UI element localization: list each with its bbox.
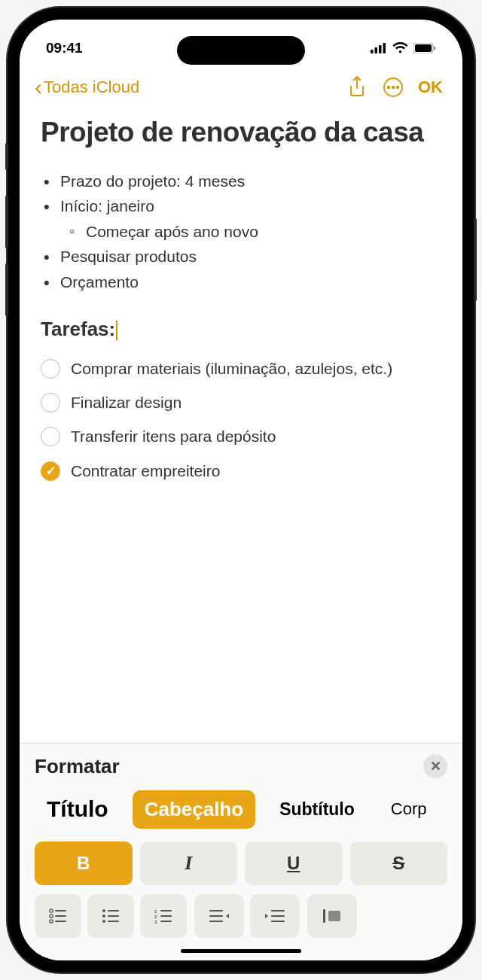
svg-rect-0	[371, 50, 374, 53]
svg-rect-35	[323, 909, 325, 923]
svg-point-10	[397, 87, 399, 89]
bullet-list-button[interactable]	[87, 894, 134, 938]
navigation-bar: ‹ Todas iCloud OK	[20, 61, 462, 109]
svg-point-9	[392, 87, 395, 89]
done-button[interactable]: OK	[413, 78, 447, 97]
svg-text:3: 3	[154, 920, 157, 924]
dynamic-island	[177, 36, 305, 65]
svg-rect-3	[383, 43, 386, 53]
more-button[interactable]	[377, 72, 409, 103]
note-body[interactable]: Projeto de renovação da casa Prazo do pr…	[20, 109, 462, 743]
section-heading[interactable]: Tarefas:	[41, 318, 117, 341]
task-text[interactable]: Finalizar design	[71, 391, 182, 413]
svg-rect-18	[108, 910, 119, 912]
underline-button[interactable]: U	[245, 842, 343, 885]
close-button[interactable]: ✕	[423, 754, 447, 778]
svg-rect-30	[209, 915, 223, 917]
task-text[interactable]: Comprar materiais (iluminação, azulejos,…	[71, 358, 392, 379]
back-button[interactable]: ‹ Todas iCloud	[35, 76, 139, 99]
svg-point-8	[388, 87, 390, 89]
checklist-item[interactable]: Transferir itens para depósito	[41, 419, 441, 453]
text-style-row: Título Cabeçalho Subtítulo Corp	[20, 789, 462, 842]
task-text[interactable]: Transferir itens para depósito	[71, 425, 276, 447]
checkbox-icon[interactable]	[41, 359, 60, 379]
svg-point-11	[50, 909, 53, 912]
checkbox-checked-icon[interactable]	[41, 461, 60, 481]
svg-rect-6	[434, 46, 435, 50]
svg-rect-2	[379, 45, 382, 53]
format-panel: Formatar ✕ Título Cabeçalho Subtítulo Co…	[20, 743, 462, 960]
svg-rect-33	[271, 915, 285, 917]
list-item[interactable]: Pesquisar produtos	[41, 244, 441, 269]
checkbox-icon[interactable]	[41, 393, 60, 412]
list-format-row: 123	[20, 894, 462, 938]
svg-rect-16	[55, 921, 66, 922]
bold-button[interactable]: B	[35, 842, 133, 885]
list-item[interactable]: Orçamento	[41, 269, 441, 295]
battery-icon	[413, 43, 436, 53]
svg-point-15	[50, 920, 53, 923]
svg-rect-20	[108, 915, 119, 917]
task-text[interactable]: Contratar empreiteiro	[71, 460, 220, 482]
cellular-signal-icon	[371, 43, 387, 53]
svg-point-19	[102, 915, 105, 918]
svg-point-13	[50, 915, 53, 918]
text-cursor	[116, 321, 117, 340]
svg-rect-31	[209, 921, 223, 922]
indent-button[interactable]	[250, 894, 300, 938]
wifi-icon	[392, 42, 408, 53]
list-item[interactable]: Começar após ano novo	[41, 219, 441, 245]
home-indicator[interactable]	[181, 949, 301, 953]
checklist-item[interactable]: Finalizar design	[41, 385, 441, 419]
close-icon: ✕	[430, 758, 441, 775]
checklist-item[interactable]: Contratar empreiteiro	[41, 454, 441, 488]
svg-rect-5	[415, 44, 432, 52]
format-title: Formatar	[35, 755, 120, 778]
style-subheading-button[interactable]: Subtítulo	[267, 792, 367, 827]
back-label: Todas iCloud	[44, 78, 139, 97]
note-title[interactable]: Projeto de renovação da casa	[41, 117, 441, 149]
status-time: 09:41	[46, 40, 83, 56]
svg-rect-28	[160, 921, 172, 922]
list-item[interactable]: Prazo do projeto: 4 meses	[41, 169, 441, 194]
strikethrough-button[interactable]: S	[350, 842, 448, 885]
share-button[interactable]	[341, 72, 373, 103]
svg-rect-24	[160, 910, 172, 912]
style-title-button[interactable]: Título	[35, 789, 120, 829]
svg-rect-32	[271, 910, 285, 912]
style-body-button[interactable]: Corp	[379, 792, 439, 826]
svg-rect-14	[55, 915, 66, 917]
checklist[interactable]: Comprar materiais (iluminação, azulejos,…	[41, 352, 441, 488]
svg-point-17	[102, 909, 105, 912]
checkbox-icon[interactable]	[41, 427, 60, 446]
svg-rect-34	[271, 921, 285, 922]
text-format-row: B I U S	[20, 842, 462, 894]
numbered-list-button[interactable]: 123	[140, 894, 187, 938]
svg-rect-26	[160, 915, 172, 917]
style-heading-button[interactable]: Cabeçalho	[133, 790, 256, 829]
svg-text:1: 1	[154, 909, 157, 914]
italic-button[interactable]: I	[140, 842, 238, 885]
chevron-left-icon: ‹	[35, 76, 42, 99]
block-quote-button[interactable]	[307, 894, 357, 938]
bullet-list[interactable]: Prazo do projeto: 4 meses Início: janeir…	[41, 169, 441, 295]
svg-point-21	[102, 920, 105, 923]
list-item[interactable]: Início: janeiro	[41, 193, 441, 219]
svg-rect-29	[209, 910, 223, 912]
checklist-item[interactable]: Comprar materiais (iluminação, azulejos,…	[41, 352, 441, 385]
svg-rect-22	[108, 921, 119, 922]
svg-rect-12	[55, 910, 66, 912]
svg-rect-1	[375, 47, 378, 53]
svg-rect-36	[328, 911, 340, 921]
svg-text:2: 2	[154, 915, 157, 919]
checklist-button[interactable]	[35, 894, 81, 938]
outdent-button[interactable]	[194, 894, 244, 938]
